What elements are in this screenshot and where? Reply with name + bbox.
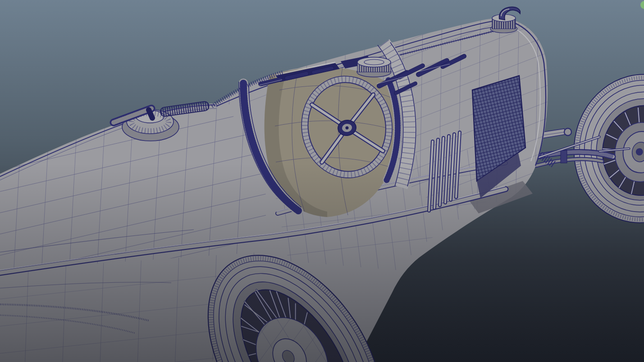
- spring-horn-curl: [564, 128, 571, 136]
- viewport[interactable]: Vintage grand prix race car 3D model, wi…: [0, 0, 644, 362]
- hood-filler-cap: [357, 57, 391, 77]
